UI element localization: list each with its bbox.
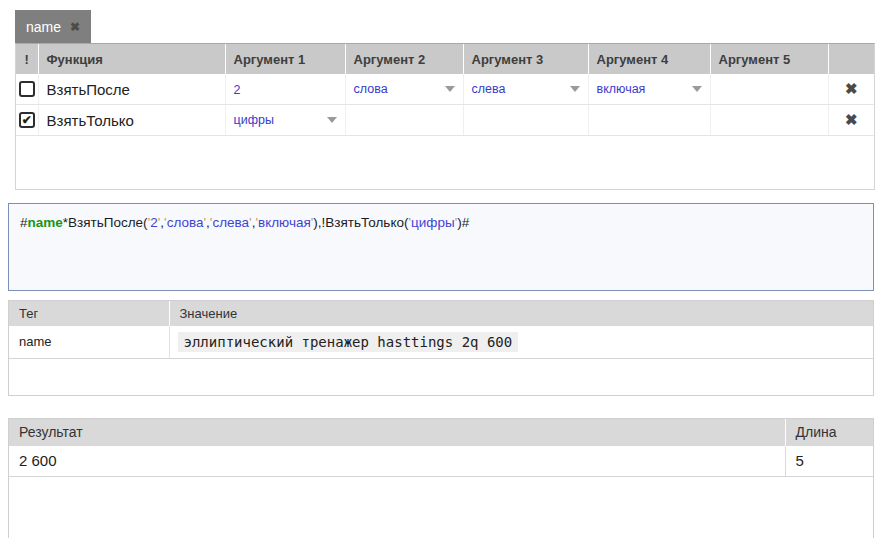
dropdown-arrow-icon (327, 117, 337, 123)
tag-table-empty-area (9, 359, 873, 395)
argument3-cell: слева (463, 74, 588, 105)
tab-name[interactable]: name ✖ (15, 10, 91, 43)
argument-input[interactable]: 2 (234, 83, 241, 97)
tag-value-text: эллиптический тренажер hasttings 2q 600 (178, 332, 519, 352)
header-cell-arg5: Аргумент 5 (710, 44, 828, 74)
dropdown-value: слова (354, 82, 388, 96)
check-icon: ✔ (22, 114, 32, 126)
formula-text: #name*ВзятьПосле('2','слова','слева','вк… (20, 215, 469, 230)
required-cell (16, 74, 38, 105)
header-cell-arg1: Аргумент 1 (225, 44, 345, 74)
header-cell-arg2: Аргумент 2 (345, 44, 463, 74)
argument-dropdown[interactable]: слева (472, 82, 580, 96)
delete-row-icon[interactable]: ✖ (845, 111, 858, 128)
tab-close-icon[interactable]: ✖ (70, 20, 80, 34)
argument-empty-cell (588, 105, 710, 136)
length-cell: 5 (785, 446, 873, 477)
function-row: ВзятьПосле 2 слова слева (16, 74, 874, 105)
header-cell-required: ! (16, 44, 38, 74)
tag-row: name эллиптический тренажер hasttings 2q… (9, 326, 873, 358)
dropdown-arrow-icon (445, 86, 455, 92)
function-row: ✔ ВзятьТолько цифры ✖ (16, 105, 874, 136)
dropdown-arrow-icon (570, 86, 580, 92)
result-table: Результат Длина 2 600 5 (8, 418, 874, 538)
result-header-cell: Результат (9, 419, 785, 446)
header-cell-function: Функция (38, 44, 225, 74)
tag-value-cell: эллиптический тренажер hasttings 2q 600 (169, 326, 873, 358)
argument1-cell[interactable]: 2 (225, 74, 345, 105)
argument1-cell: цифры (225, 105, 345, 136)
tag-table: Тег Значение name эллиптический тренажер… (8, 300, 874, 396)
argument4-cell: включая (588, 74, 710, 105)
function-name-cell[interactable]: ВзятьПосле (38, 74, 225, 105)
result-table-empty-area (9, 477, 873, 538)
length-header-cell: Длина (785, 419, 873, 446)
tag-cell: name (9, 326, 169, 358)
row-required-checkbox[interactable]: ✔ (19, 112, 35, 128)
row-required-checkbox[interactable] (19, 81, 35, 97)
function-table: ! Функция Аргумент 1 Аргумент 2 Аргумент… (15, 43, 875, 190)
delete-cell: ✖ (828, 105, 874, 136)
function-name-cell[interactable]: ВзятьТолько (38, 105, 225, 136)
argument-empty-cell (345, 105, 463, 136)
header-cell-actions (828, 44, 874, 74)
header-cell-arg3: Аргумент 3 (463, 44, 588, 74)
argument-empty-cell (710, 74, 828, 105)
argument-dropdown[interactable]: включая (597, 82, 702, 96)
formula-box[interactable]: #name*ВзятьПосле('2','слова','слева','вк… (8, 203, 874, 291)
header-cell-arg4: Аргумент 4 (588, 44, 710, 74)
argument-empty-cell (710, 105, 828, 136)
function-table-empty-area (16, 136, 874, 189)
tag-table-header: Тег Значение (9, 301, 873, 326)
value-header-cell: Значение (169, 301, 873, 326)
dropdown-value: цифры (234, 113, 274, 127)
delete-cell: ✖ (828, 74, 874, 105)
argument-dropdown[interactable]: цифры (234, 113, 337, 127)
dropdown-value: включая (597, 82, 646, 96)
tab-label: name (26, 19, 61, 35)
result-row: 2 600 5 (9, 446, 873, 477)
argument-dropdown[interactable]: слова (354, 82, 455, 96)
result-table-header: Результат Длина (9, 419, 873, 446)
argument2-cell: слова (345, 74, 463, 105)
function-table-header: ! Функция Аргумент 1 Аргумент 2 Аргумент… (16, 44, 874, 74)
delete-row-icon[interactable]: ✖ (845, 80, 858, 97)
result-cell: 2 600 (9, 446, 785, 477)
tag-header-cell: Тег (9, 301, 169, 326)
argument-empty-cell (463, 105, 588, 136)
tab-bar: name ✖ (15, 10, 881, 43)
required-cell: ✔ (16, 105, 38, 136)
dropdown-value: слева (472, 82, 506, 96)
dropdown-arrow-icon (692, 86, 702, 92)
